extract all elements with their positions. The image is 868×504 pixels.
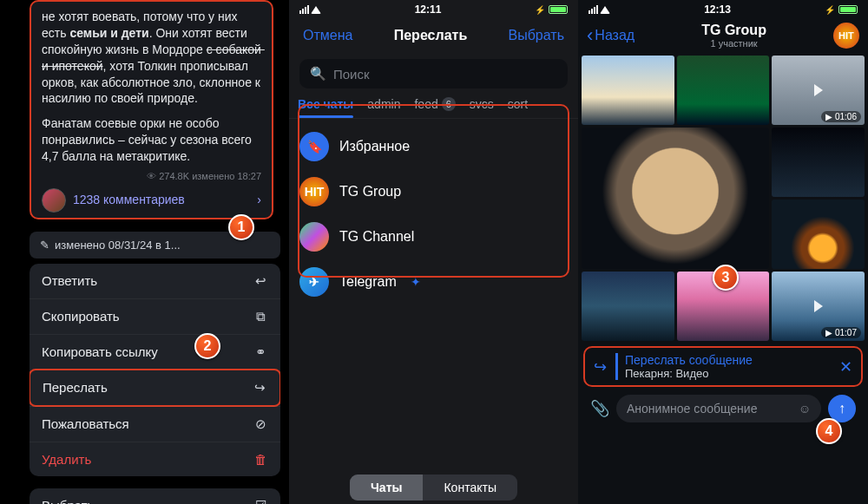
media-thumb[interactable] xyxy=(582,272,674,341)
status-bar: 12:13 ⚡ xyxy=(578,0,868,17)
comments-count: 1238 комментариев xyxy=(73,192,185,208)
reply-icon: ↩ xyxy=(253,273,268,289)
folder-tabs: Все чаты admin feed 6 svcs sort xyxy=(289,97,578,119)
sheet-header: Отмена Переслать Выбрать xyxy=(289,17,578,54)
trash-icon: 🗑 xyxy=(253,452,268,467)
menu-forward[interactable]: Переслать ↪ xyxy=(30,369,280,407)
chat-tg-group[interactable]: HIT TG Group xyxy=(289,169,578,214)
select-icon: ☑ xyxy=(253,498,268,504)
forward-title[interactable]: Переслать сообщение xyxy=(625,353,831,367)
search-input[interactable]: 🔍 Поиск xyxy=(299,59,568,88)
media-thumb-video[interactable]: ▶01:06 xyxy=(772,56,865,125)
wifi-icon xyxy=(311,6,321,14)
status-time: 12:13 xyxy=(704,3,731,16)
wifi-icon xyxy=(600,6,610,14)
tab-svcs[interactable]: svcs xyxy=(470,97,494,111)
charging-icon: ⚡ xyxy=(825,5,835,15)
play-icon xyxy=(814,300,823,312)
input-placeholder: Анонимное сообщение xyxy=(627,402,757,416)
battery-icon xyxy=(549,5,568,14)
message-input[interactable]: Анонимное сообщение ☺ xyxy=(616,395,821,422)
warn-icon: ⊘ xyxy=(253,416,268,432)
forward-icon: ↪ xyxy=(252,380,267,396)
video-duration: ▶01:07 xyxy=(821,327,861,338)
chat-avatar[interactable]: HIT xyxy=(833,23,859,49)
search-icon: 🔍 xyxy=(310,66,326,82)
commenter-avatar xyxy=(42,188,66,213)
tab-admin[interactable]: admin xyxy=(367,97,400,111)
search-placeholder: Поиск xyxy=(333,67,370,82)
chat-saved-messages[interactable]: 🔖 Избранное xyxy=(289,124,578,169)
tab-sort[interactable]: sort xyxy=(508,97,528,111)
menu-copy[interactable]: Скопировать ⧉ xyxy=(30,298,280,334)
sheet-title: Переслать xyxy=(394,28,468,43)
chat-tg-channel[interactable]: TG Channel xyxy=(289,214,578,259)
step-badge-2: 2 xyxy=(194,333,220,359)
link-icon: ⚭ xyxy=(253,344,268,360)
media-thumb[interactable] xyxy=(582,56,674,125)
back-button[interactable]: ‹ Назад xyxy=(587,24,635,47)
chat-title: TG Group xyxy=(701,23,766,38)
verified-icon: ✦ xyxy=(411,275,421,289)
segment-contacts[interactable]: Контакты xyxy=(423,475,516,501)
pencil-icon: ✎ xyxy=(40,239,49,252)
cancel-button[interactable]: Отмена xyxy=(303,28,352,43)
message-bubble[interactable]: не хотят воевать, потому что у них есть … xyxy=(30,0,273,219)
chevron-left-icon: ‹ xyxy=(587,24,593,47)
comments-row[interactable]: 1238 комментариев › xyxy=(42,188,261,213)
context-menu: Ответить ↩ Скопировать ⧉ Копировать ссыл… xyxy=(30,264,280,476)
segment-chats[interactable]: Чаты xyxy=(350,475,423,501)
copy-icon: ⧉ xyxy=(253,309,268,324)
emoji-icon[interactable]: ☺ xyxy=(799,402,811,416)
menu-delete[interactable]: Удалить 🗑 xyxy=(30,442,280,476)
chat-title-block[interactable]: TG Group 1 участник xyxy=(701,23,766,49)
views-icon: 👁 xyxy=(147,171,156,181)
tab-feed-badge: 6 xyxy=(442,97,456,111)
menu-reply[interactable]: Ответить ↩ xyxy=(30,264,280,298)
media-thumb[interactable] xyxy=(772,128,865,197)
telegram-icon: ✈ xyxy=(299,267,329,297)
forward-subtitle: Пекарня: Видео xyxy=(625,367,831,380)
chat-telegram[interactable]: ✈ Telegram ✦ xyxy=(289,259,578,304)
forward-icon: ↪ xyxy=(594,357,607,376)
charging-icon: ⚡ xyxy=(535,5,545,15)
media-thumb[interactable] xyxy=(677,56,770,125)
step-badge-4: 4 xyxy=(816,418,842,444)
select-button[interactable]: Выбрать xyxy=(509,28,564,43)
bottom-segment: Чаты Контакты xyxy=(289,475,578,501)
menu-copy-link[interactable]: Копировать ссылку ⚭ xyxy=(30,334,280,370)
arrow-up-icon: ↑ xyxy=(838,401,845,416)
video-duration: ▶01:06 xyxy=(821,111,861,122)
close-icon[interactable]: ✕ xyxy=(839,357,852,376)
play-icon xyxy=(814,84,823,96)
step-badge-1: 1 xyxy=(228,214,254,240)
bookmark-icon: 🔖 xyxy=(299,132,329,161)
chat-list: 🔖 Избранное HIT TG Group TG Channel ✈ Te… xyxy=(289,119,578,310)
media-thumb-video[interactable]: ▶01:07 xyxy=(772,272,865,341)
status-bar: 12:11 ⚡ xyxy=(289,0,578,17)
context-menu-2: Выбрать ☑ xyxy=(30,488,280,504)
media-thumb[interactable] xyxy=(582,128,769,269)
status-time: 12:11 xyxy=(415,3,442,16)
menu-select[interactable]: Выбрать ☑ xyxy=(30,488,280,504)
media-thumb[interactable] xyxy=(772,200,865,269)
battery-icon xyxy=(838,5,858,14)
message-paragraph-2: Фанатам соевые орки не особо понравились… xyxy=(42,115,261,165)
chat-header: ‹ Назад TG Group 1 участник HIT xyxy=(578,17,868,56)
panel-chat-gallery: 12:13 ⚡ ‹ Назад TG Group 1 участник HIT … xyxy=(578,0,868,504)
forward-preview-bar: ↪ Переслать сообщение Пекарня: Видео ✕ xyxy=(583,346,863,387)
tab-feed[interactable]: feed 6 xyxy=(414,97,455,111)
attach-icon[interactable]: 📎 xyxy=(590,399,609,418)
chat-subtitle: 1 участник xyxy=(701,38,766,49)
message-meta: 👁 274.8K изменено 18:27 xyxy=(42,170,261,183)
tab-all-chats[interactable]: Все чаты xyxy=(298,97,353,111)
panel-context-menu: не хотят воевать, потому что у них есть … xyxy=(0,0,289,504)
menu-report[interactable]: Пожаловаться ⊘ xyxy=(30,406,280,442)
media-gallery: ▶01:06 ▶01:07 xyxy=(582,56,865,341)
step-badge-3: 3 xyxy=(713,265,739,291)
panel-forward-picker: 12:11 ⚡ Отмена Переслать Выбрать 🔍 Поиск… xyxy=(289,0,578,504)
message-text: не хотят воевать, потому что у них есть … xyxy=(42,9,261,107)
